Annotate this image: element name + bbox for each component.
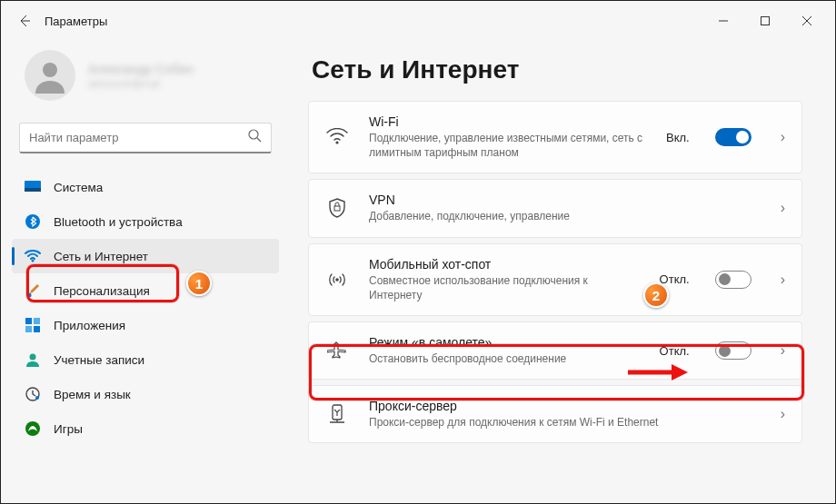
svg-rect-11 (34, 326, 40, 332)
svg-point-14 (35, 396, 39, 400)
chevron-right-icon: › (781, 272, 785, 288)
apps-icon (25, 317, 41, 333)
account-icon (25, 351, 41, 368)
sidebar-item-label: Игры (54, 422, 83, 436)
hotspot-toggle[interactable] (715, 271, 751, 289)
card-title: VPN (369, 193, 751, 207)
svg-rect-8 (25, 318, 32, 324)
profile-block[interactable]: Александр Собин aleksandr@mail (6, 41, 284, 114)
svg-rect-10 (25, 326, 32, 332)
window-controls (702, 6, 828, 35)
svg-point-7 (27, 293, 32, 298)
card-status: Вкл. (666, 131, 690, 144)
profile-sub: aleksandr@mail (88, 78, 193, 89)
gaming-icon (25, 420, 41, 437)
card-status: Откл. (660, 344, 690, 358)
back-button[interactable] (8, 5, 41, 37)
svg-point-12 (30, 354, 36, 361)
card-desc: Добавление, подключение, управление (369, 209, 751, 223)
sidebar-item-network[interactable]: Сеть и Интернет (12, 239, 279, 273)
card-desc: Остановить беспроводное соединение (369, 351, 640, 366)
card-desc: Подключение, управление известными сетям… (369, 131, 646, 160)
card-desc: Прокси-сервер для подключения к сетям Wi… (369, 415, 751, 430)
search-input[interactable] (29, 131, 248, 144)
chevron-right-icon: › (781, 406, 785, 422)
card-hotspot[interactable]: Мобильный хот-спот Совместное использова… (308, 243, 802, 316)
svg-point-6 (32, 260, 35, 262)
hotspot-icon (325, 271, 349, 289)
card-title: Мобильный хот-спот (369, 257, 640, 272)
sidebar-item-accounts[interactable]: Учетные записи (12, 342, 279, 377)
svg-point-16 (335, 142, 338, 144)
wifi-icon (325, 128, 349, 146)
card-title: Режим «в самолете» (369, 335, 640, 350)
sidebar-item-bluetooth[interactable]: Bluetooth и устройства (12, 204, 279, 239)
sidebar-item-label: Персонализация (54, 284, 150, 298)
sidebar-item-label: Сеть и Интернет (54, 250, 148, 263)
sidebar-item-gaming[interactable]: Игры (12, 411, 279, 446)
wifi-icon (25, 248, 41, 264)
page-title: Сеть и Интернет (308, 48, 802, 101)
airplane-icon (325, 341, 349, 361)
back-icon (17, 14, 32, 28)
annotation-badge-2: 2 (643, 282, 669, 308)
search-icon (248, 129, 262, 146)
wifi-toggle[interactable] (715, 128, 751, 146)
search-box[interactable] (19, 123, 272, 153)
brush-icon (25, 282, 41, 299)
main-content: Сеть и Интернет Wi-Fi Подключение, управ… (290, 41, 835, 503)
shield-icon (325, 198, 349, 218)
sidebar-item-apps[interactable]: Приложения (12, 308, 279, 342)
svg-rect-4 (25, 188, 41, 192)
svg-point-18 (335, 278, 339, 282)
airplane-toggle[interactable] (715, 341, 751, 360)
titlebar: Параметры (1, 1, 835, 41)
card-vpn[interactable]: VPN Добавление, подключение, управление … (308, 179, 802, 237)
bluetooth-icon (25, 213, 41, 230)
sidebar-item-label: Учетные записи (54, 353, 144, 367)
svg-rect-17 (334, 206, 340, 211)
proxy-icon (325, 404, 349, 424)
sidebar: Александр Собин aleksandr@mail Система B… (1, 41, 290, 503)
sidebar-item-system[interactable]: Система (12, 170, 279, 204)
annotation-arrow (626, 362, 690, 382)
sidebar-item-label: Время и язык (54, 388, 131, 401)
sidebar-item-label: Система (54, 181, 103, 194)
card-wifi[interactable]: Wi-Fi Подключение, управление известными… (308, 101, 802, 173)
sidebar-item-time[interactable]: Время и язык (12, 377, 279, 411)
card-airplane[interactable]: Режим «в самолете» Остановить беспроводн… (308, 321, 802, 380)
nav-list: Система Bluetooth и устройства Сеть и Ин… (6, 170, 284, 503)
maximize-button[interactable] (744, 6, 786, 35)
chevron-right-icon: › (781, 342, 785, 359)
chevron-right-icon: › (781, 200, 785, 216)
profile-name: Александр Собин (88, 62, 193, 76)
sidebar-item-personalization[interactable]: Персонализация (12, 273, 279, 308)
minimize-button[interactable] (702, 6, 744, 35)
card-proxy[interactable]: Прокси-сервер Прокси-сервер для подключе… (308, 385, 802, 443)
svg-rect-9 (34, 318, 40, 324)
window-title: Параметры (45, 15, 107, 28)
annotation-badge-1: 1 (186, 271, 212, 296)
sidebar-item-label: Приложения (54, 319, 125, 332)
monitor-icon (25, 179, 41, 195)
card-title: Прокси-сервер (369, 399, 751, 413)
chevron-right-icon: › (781, 129, 785, 145)
svg-point-1 (43, 63, 57, 77)
card-desc: Совместное использование подключения к И… (369, 273, 640, 302)
close-button[interactable] (786, 6, 828, 35)
svg-rect-0 (761, 17, 770, 25)
settings-window: Параметры Александр Собин aleksandr@mail (0, 0, 836, 504)
svg-point-2 (249, 130, 258, 139)
card-title: Wi-Fi (369, 114, 646, 129)
sidebar-item-label: Bluetooth и устройства (54, 215, 183, 229)
clock-icon (25, 386, 41, 402)
avatar (25, 50, 75, 101)
svg-marker-21 (672, 364, 688, 380)
